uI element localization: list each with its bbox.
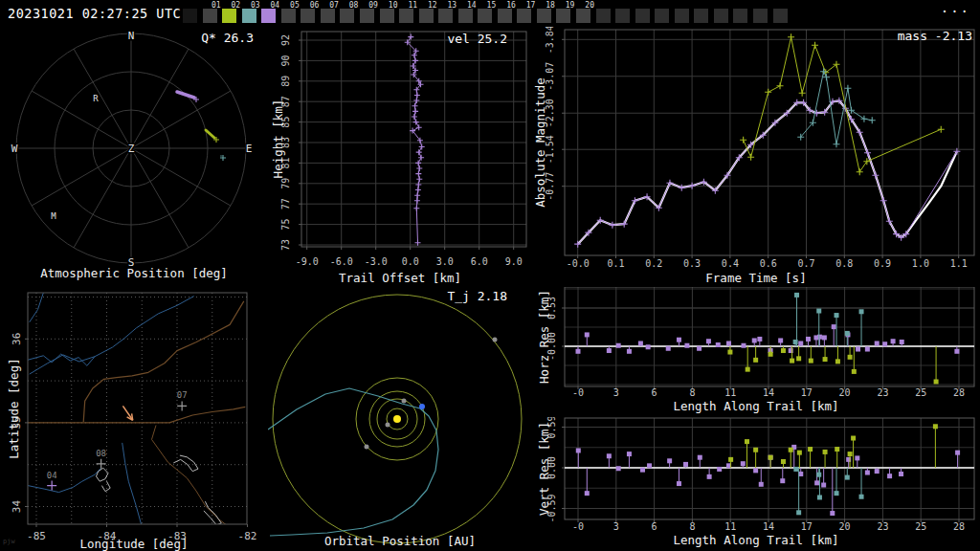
svg-text:6.0: 6.0 <box>471 256 488 267</box>
overflow-menu-button[interactable]: ... <box>941 0 970 15</box>
magnitude-plot[interactable]: -0.00.10.20.30.40.60.70.80.91.01.1-3.84-… <box>532 27 980 287</box>
svg-text:28: 28 <box>953 387 965 398</box>
trajectory-arrow <box>122 406 132 420</box>
horz-res-y-axis-title: Horz Res [km] <box>537 290 551 384</box>
magnitude-y-axis-title: Absolute Magnitude <box>533 77 547 207</box>
svg-text:-0: -0 <box>572 387 584 398</box>
svg-text:0.0: 0.0 <box>402 256 419 267</box>
magnitude-x-axis-title: Frame Time [s] <box>532 271 980 285</box>
map-feature-lake <box>97 468 109 481</box>
station-marker-04: 04 <box>47 471 57 491</box>
frame-button-x0[interactable] <box>183 9 197 23</box>
vert-res-y-axis-title: Vert Res [km] <box>537 422 551 516</box>
frame-button-x26[interactable] <box>694 9 708 23</box>
frame-number-label: 16 <box>506 2 516 10</box>
frame-button-06[interactable]: 06 <box>301 9 315 23</box>
frame-button-x25[interactable] <box>675 9 689 23</box>
vert-residuals-plot[interactable]: -0368111417202325280.590.00-0.59 <box>532 417 980 551</box>
frame-button-18[interactable]: 18 <box>537 9 551 23</box>
panel-atmospheric-position: NSWEZRM Q* 26.3 Atmospheric Position [de… <box>0 27 268 287</box>
frame-button-16[interactable]: 16 <box>498 9 512 23</box>
svg-text:0.1: 0.1 <box>607 258 624 269</box>
frame-button-01[interactable]: 01 <box>203 9 217 23</box>
frame-button-09[interactable]: 09 <box>360 9 374 23</box>
frame-number-label: 15 <box>487 2 497 10</box>
svg-text:6: 6 <box>652 387 657 398</box>
axes-grid: -9.0-6.0-3.00.03.06.09.09290898785838179… <box>280 32 526 267</box>
map-feature-lake <box>101 481 110 492</box>
frame-button-x29[interactable] <box>753 9 768 23</box>
svg-text:-6.0: -6.0 <box>330 256 353 267</box>
sky-track-cam04 <box>177 92 199 102</box>
frame-number-label: 11 <box>408 2 417 10</box>
svg-text:3.0: 3.0 <box>436 256 454 267</box>
frame-button-03[interactable]: 03 <box>242 9 256 23</box>
series-cam03 <box>793 293 864 346</box>
trail-y-axis-title: Height [km] <box>271 99 285 179</box>
series-cam02 <box>728 424 938 468</box>
frame-button-12[interactable]: 12 <box>419 9 434 23</box>
atmospheric-position-plot[interactable]: NSWEZRM <box>0 27 268 287</box>
station-marker-08: 08 <box>96 449 106 469</box>
frame-button-19[interactable]: 19 <box>556 9 570 23</box>
frame-button-07[interactable]: 07 <box>321 9 335 23</box>
series-cam04 <box>405 34 425 246</box>
ground-map-plot[interactable]: 040708-85-84-83-82363534 <box>0 287 268 551</box>
watermark: pjw <box>3 538 15 545</box>
zenith-label: Z <box>128 143 135 155</box>
svg-text:25: 25 <box>915 521 926 532</box>
svg-text:23: 23 <box>877 521 888 532</box>
frame-button-13[interactable]: 13 <box>438 9 453 23</box>
frame-number-label: 12 <box>428 2 437 10</box>
top-bar: 20231021 02:27:25 UTC 010203040506070809… <box>0 0 980 27</box>
frame-button-11[interactable]: 11 <box>399 9 413 23</box>
planet-mercury <box>386 423 390 428</box>
tisserand-label: T_j 2.18 <box>447 289 507 303</box>
station-marker-07: 07 <box>177 390 188 410</box>
panel-trail-offset: -9.0-6.0-3.00.03.06.09.09290898785838179… <box>268 27 532 287</box>
frame-button-17[interactable]: 17 <box>517 9 531 23</box>
frame-button-02[interactable]: 02 <box>222 9 236 23</box>
orbit-plot[interactable] <box>268 287 532 551</box>
vert-res-x-axis-title: Length Along Trail [km] <box>532 533 980 547</box>
planet-venus <box>402 399 407 404</box>
svg-text:08: 08 <box>96 449 106 458</box>
frame-button-05[interactable]: 05 <box>281 9 296 23</box>
series-cam04 <box>576 324 960 354</box>
frame-button-04[interactable]: 04 <box>261 9 276 23</box>
frame-number-label: 02 <box>231 2 240 10</box>
panel-vert-residuals: -0368111417202325280.590.00-0.59 Vert Re… <box>532 417 980 551</box>
svg-text:0.4: 0.4 <box>722 258 739 269</box>
orbit-diagram <box>268 295 522 543</box>
trail-offset-plot[interactable]: -9.0-6.0-3.00.03.06.09.09290898785838179… <box>268 27 532 287</box>
frame-number-label: 17 <box>526 2 536 10</box>
svg-text:23: 23 <box>877 387 888 398</box>
frame-button-x30[interactable] <box>773 9 788 23</box>
frame-button-x24[interactable] <box>655 9 669 23</box>
frame-button-15[interactable]: 15 <box>478 9 492 23</box>
svg-text:25: 25 <box>915 387 926 398</box>
frame-button-x28[interactable] <box>733 9 747 23</box>
panel-orbit: Orbital Position [AU] T_j 2.18 <box>268 287 532 551</box>
frame-button-08[interactable]: 08 <box>340 9 354 23</box>
frame-number-label: 20 <box>585 2 594 10</box>
panel-horz-residuals: -0368111417202325280.53-0.00 Horz Res [k… <box>532 287 980 417</box>
svg-text:14: 14 <box>763 521 774 532</box>
svg-text:0.3: 0.3 <box>683 258 701 269</box>
frame-button-14[interactable]: 14 <box>458 9 473 23</box>
frame-button-x23[interactable] <box>635 9 650 23</box>
frame-button-20[interactable]: 20 <box>576 9 590 23</box>
frame-button-x21[interactable] <box>596 9 611 23</box>
svg-text:0.7: 0.7 <box>797 258 814 269</box>
frame-button-x22[interactable] <box>615 9 630 23</box>
trail-x-axis-title: Trail Offset [km] <box>268 271 532 285</box>
frame-button-10[interactable]: 10 <box>380 9 394 23</box>
svg-text:-3.0: -3.0 <box>365 256 388 267</box>
map-feature-river <box>30 297 194 375</box>
svg-text:28: 28 <box>953 521 965 532</box>
frame-number-label: 05 <box>290 2 300 10</box>
series-cam03 <box>793 467 863 515</box>
horz-residuals-plot[interactable]: -0368111417202325280.53-0.00 <box>532 287 980 417</box>
frame-button-x27[interactable] <box>714 9 728 23</box>
panel-magnitude: -0.00.10.20.30.40.60.70.80.91.01.1-3.84-… <box>532 27 980 287</box>
